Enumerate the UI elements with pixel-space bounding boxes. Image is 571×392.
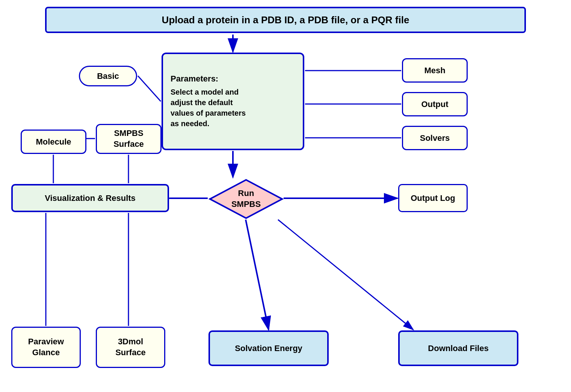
svg-line-12 <box>246 220 269 330</box>
mesh-label: Mesh <box>424 66 445 75</box>
smpbs-surface-label: SMPBSSurface <box>113 128 144 149</box>
solvation-label: Solvation Energy <box>235 344 302 353</box>
svg-line-6 <box>138 76 161 101</box>
solvers-box[interactable]: Solvers <box>402 126 468 150</box>
molecule-label: Molecule <box>36 137 71 147</box>
run-smpbs-diamond[interactable]: RunSMPBS <box>208 178 284 220</box>
basic-label: Basic <box>97 71 119 81</box>
basic-box[interactable]: Basic <box>79 66 137 86</box>
paraview-glance-box[interactable]: ParaviewGlance <box>11 327 81 368</box>
download-files-box[interactable]: Download Files <box>398 330 518 366</box>
viz-label: Visualization & Results <box>45 193 136 203</box>
visualization-results-box[interactable]: Visualization & Results <box>11 184 169 212</box>
solvers-label: Solvers <box>420 133 450 143</box>
smpbs-surface-box[interactable]: SMPBSSurface <box>96 124 162 154</box>
output-label: Output <box>421 100 448 109</box>
download-label: Download Files <box>428 344 488 353</box>
3dmol-surface-box[interactable]: 3DmolSurface <box>96 327 165 368</box>
params-title: Parameters: <box>171 74 295 84</box>
upload-label: Upload a protein in a PDB ID, a PDB file… <box>162 14 409 26</box>
params-desc: Select a model andadjust the defaultvalu… <box>171 87 295 129</box>
output-log-box[interactable]: Output Log <box>398 184 468 212</box>
paraview-label: ParaviewGlance <box>28 336 64 358</box>
run-smpbs-label: RunSMPBS <box>231 188 261 210</box>
mesh-box[interactable]: Mesh <box>402 58 468 83</box>
upload-box[interactable]: Upload a protein in a PDB ID, a PDB file… <box>45 7 526 33</box>
molecule-box[interactable]: Molecule <box>21 130 86 154</box>
3dmol-label: 3DmolSurface <box>115 336 146 358</box>
parameters-box[interactable]: Parameters: Select a model andadjust the… <box>162 53 304 150</box>
svg-line-13 <box>278 220 413 330</box>
solvation-energy-box[interactable]: Solvation Energy <box>208 330 329 366</box>
output-log-label: Output Log <box>411 193 455 203</box>
output-box[interactable]: Output <box>402 92 468 116</box>
diagram-container: Upload a protein in a PDB ID, a PDB file… <box>0 0 571 392</box>
